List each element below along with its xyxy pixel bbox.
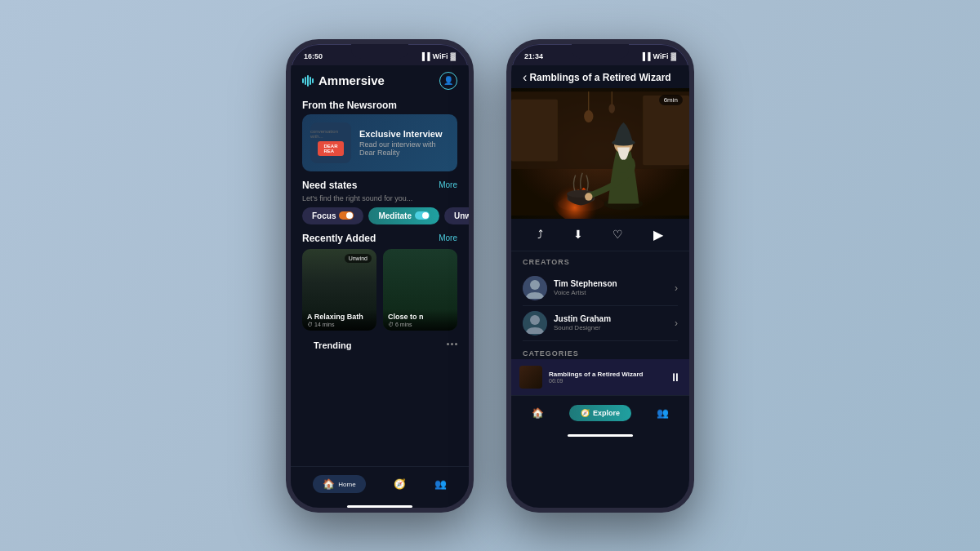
creator-info-0: Tim Stephenson Voice Artist <box>554 279 668 296</box>
creator-row-0[interactable]: Tim Stephenson Voice Artist › <box>523 271 678 306</box>
need-states-more[interactable]: More <box>439 180 457 189</box>
meditate-pill[interactable]: Meditate <box>368 207 439 224</box>
play-button[interactable]: ▶ <box>653 227 663 242</box>
focus-toggle[interactable] <box>339 211 354 220</box>
like-button[interactable]: ♡ <box>612 228 623 241</box>
people-icon: 👥 <box>434 478 447 490</box>
detail-nav-home[interactable]: 🏠 <box>532 407 544 419</box>
creator-role-0: Voice Artist <box>554 289 668 296</box>
compass-icon: 🧭 <box>394 478 406 490</box>
home-icon-2: 🏠 <box>532 407 544 419</box>
people-icon-2: 👥 <box>657 407 669 419</box>
now-playing-title: Ramblings of a Retired Wizard <box>549 371 663 378</box>
avatar-icon: 👤 <box>443 76 453 85</box>
phone-1: 16:50 ▐▐ WiFi ▓ Ammersive 👤 <box>286 39 474 513</box>
nav-explore[interactable]: 🧭 <box>394 478 406 490</box>
forest-card-overlay: Close to n ⏱ 6 mins <box>383 309 457 331</box>
bath-card-tag: Unwind <box>345 254 372 263</box>
detail-header: ‹ Ramblings of a Retired Wizard <box>511 65 689 88</box>
pause-button[interactable]: ⏸ <box>670 371 681 384</box>
need-states-section: Need states More Let's find the right so… <box>291 175 469 228</box>
waveform-icon <box>302 75 314 87</box>
creators-label: CREATORS <box>523 258 678 266</box>
newsroom-header: From the Newsroom <box>302 100 457 111</box>
detail-hero: 6min <box>511 88 689 219</box>
wizard-scene-svg <box>511 88 689 219</box>
svg-point-38 <box>530 280 540 290</box>
categories-label: CATEGORIES <box>511 344 689 359</box>
nav-profile[interactable]: 👥 <box>434 478 447 490</box>
time-2: 21:34 <box>524 52 543 60</box>
time-1: 16:50 <box>304 52 323 60</box>
creator-name-0: Tim Stephenson <box>554 279 668 288</box>
recently-added-cards: Unwind A Relaxing Bath ⏱ 14 mins <box>302 249 457 331</box>
creator-role-1: Sound Designer <box>554 324 668 331</box>
phone2-content: ‹ Ramblings of a Retired Wizard <box>511 65 689 508</box>
creator-avatar-1 <box>523 311 547 335</box>
dear-logo: DEARREA <box>318 141 344 156</box>
newsroom-thumbnail: conversation with... DEARREA <box>310 122 351 163</box>
now-playing-time: 06:09 <box>549 378 663 384</box>
forest-card-time: ⏱ 6 mins <box>388 322 452 327</box>
signal-icon-2: ▐▐ <box>640 52 651 60</box>
creator-name-1: Justin Graham <box>554 314 668 323</box>
status-icons-1: ▐▐ WiFi ▓ <box>420 52 456 60</box>
forest-card-title: Close to n <box>388 313 452 321</box>
bath-card-overlay: A Relaxing Bath ⏱ 14 mins <box>302 309 376 331</box>
now-playing-thumbnail <box>519 366 542 389</box>
unwind-pill[interactable]: Unwind <box>444 207 469 224</box>
home-indicator-2 <box>568 434 633 437</box>
newsroom-card[interactable]: conversation with... DEARREA Exclusive I… <box>302 114 457 171</box>
creator-row-1[interactable]: Justin Graham Sound Designer › <box>523 306 678 341</box>
app-header: Ammersive 👤 <box>291 65 469 95</box>
bath-card-time: ⏱ 14 mins <box>307 322 372 327</box>
trending-label: Trending <box>302 337 363 352</box>
detail-page-title: Ramblings of a Retired Wizard <box>529 72 670 83</box>
back-button[interactable]: ‹ <box>523 70 527 85</box>
home-indicator-1 <box>347 505 412 508</box>
meditate-toggle[interactable] <box>415 211 430 220</box>
signal-icon: ▐▐ <box>420 52 430 60</box>
bottom-nav-2: 🏠 🧭 Explore 👥 <box>511 395 689 431</box>
wizard-background <box>511 88 689 219</box>
newsroom-text: Exclusive Interview Read our interview w… <box>359 129 449 157</box>
detail-actions: ⤴ ⬇ ♡ ▶ <box>511 219 689 251</box>
compass-explore-icon: 🧭 <box>581 409 590 417</box>
newsroom-title: From the Newsroom <box>302 100 397 111</box>
newsroom-section: From the Newsroom conversation with... D… <box>291 95 469 175</box>
share-button[interactable]: ⤴ <box>537 228 543 241</box>
creators-section: CREATORS Tim Stephenson Voice Artist <box>511 251 689 344</box>
battery-icon-2: ▓ <box>670 52 676 60</box>
app-title-area: Ammersive <box>302 73 385 87</box>
need-states-header: Need states More <box>302 180 457 191</box>
need-states-subtitle: Let's find the right sound for you... <box>302 194 457 202</box>
home-icon: 🏠 <box>323 478 335 490</box>
phone-notch <box>351 44 408 59</box>
focus-pill[interactable]: Focus <box>302 207 363 224</box>
detail-nav-profile[interactable]: 👥 <box>657 407 669 419</box>
user-avatar-button[interactable]: 👤 <box>439 72 457 90</box>
duration-badge: 6min <box>659 95 683 105</box>
forest-card[interactable]: Close to n ⏱ 6 mins <box>383 249 457 331</box>
bath-card[interactable]: Unwind A Relaxing Bath ⏱ 14 mins <box>302 249 376 331</box>
creator-chevron-0: › <box>675 282 678 294</box>
creator-info-1: Justin Graham Sound Designer <box>554 314 668 331</box>
recently-added-title: Recently Added <box>302 233 376 244</box>
phone-notch-2 <box>572 44 629 59</box>
recently-added-more[interactable]: More <box>439 233 457 242</box>
download-button[interactable]: ⬇ <box>573 228 583 241</box>
bath-card-title: A Relaxing Bath <box>307 313 372 321</box>
newsroom-card-desc: Read our interview with Dear Reality <box>359 140 449 157</box>
bottom-nav-1: 🏠 Home 🧭 👥 <box>291 466 469 502</box>
phone-2: 21:34 ▐▐ WiFi ▓ ‹ Ramblings of a Retired… <box>506 39 694 513</box>
svg-rect-36 <box>511 91 689 216</box>
explore-button[interactable]: 🧭 Explore <box>569 405 631 421</box>
newsroom-card-title: Exclusive Interview <box>359 129 449 139</box>
nav-home[interactable]: 🏠 Home <box>313 475 365 493</box>
need-states-title: Need states <box>302 180 357 191</box>
recently-added-section: Recently Added More <box>291 228 469 334</box>
trending-dots <box>447 343 457 345</box>
svg-point-40 <box>530 315 540 325</box>
need-states-pills: Focus Meditate Unwind <box>302 207 457 224</box>
app-name: Ammersive <box>318 73 385 87</box>
